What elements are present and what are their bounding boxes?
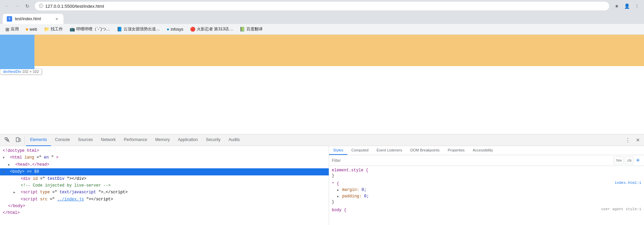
page-orange-background (27, 35, 644, 66)
add-style-button[interactable]: + (635, 157, 641, 164)
html-line-html-close[interactable]: </html> (0, 209, 329, 216)
expand-head[interactable]: ▶ (8, 162, 13, 168)
tab-sources[interactable]: Sources (74, 134, 97, 146)
html-line-body[interactable]: ▼ <body> == $0 (0, 168, 329, 175)
styles-tab-accessibility[interactable]: Accessibility (469, 146, 497, 155)
style-prop-margin: ▶ margin: 0; (332, 187, 641, 193)
tab-security[interactable]: Security (202, 134, 224, 146)
margin-expand-arrow[interactable]: ▶ (337, 187, 339, 193)
secure-icon: ⓘ (39, 3, 43, 9)
styles-panel: Styles Computed Event Listeners DOM Brea… (329, 146, 644, 225)
html-line-html[interactable]: ▼ <html lang =" en " > (0, 154, 329, 161)
cls-button[interactable]: .cls (625, 157, 633, 164)
baidu-label: 百度翻译 (246, 26, 263, 32)
devtools-content: <!doctype html> ▼ <html lang =" en " > ▶… (0, 146, 644, 225)
menu-button[interactable]: ⋮ (633, 2, 641, 10)
bookmark-work[interactable]: 📁 找工作 (41, 25, 65, 33)
style-selector-star-line: * { index.html:1 (332, 181, 641, 187)
html-line-script2[interactable]: <script src =" ../index.js "></script> (0, 196, 329, 203)
html-line-doctype[interactable]: <!doctype html> (0, 147, 329, 154)
styles-filter-actions: :hov .cls + (614, 157, 641, 164)
element-tooltip: div#testDiv 102 × 102 (0, 68, 42, 75)
bookmark-apps[interactable]: ⊞ 应用 (3, 25, 22, 33)
tab-elements[interactable]: Elements (26, 134, 51, 146)
devtools-more-button[interactable]: ⋮ (623, 135, 633, 145)
infosys-label: infosys (171, 27, 183, 32)
active-tab[interactable]: T test/index.html ✕ (3, 14, 63, 24)
bookmark-infosys[interactable]: ● infosys (164, 25, 186, 33)
inspect-element-button[interactable] (3, 135, 12, 145)
styles-tab-styles[interactable]: Styles (329, 146, 347, 155)
elements-panel: <!doctype html> ▼ <html lang =" en " > ▶… (0, 146, 329, 225)
tab-audits[interactable]: Audits (224, 134, 244, 146)
device-toolbar-button[interactable] (14, 135, 23, 145)
html-line-testdiv[interactable]: <div id =" testDiv "></div> (0, 175, 329, 182)
bookmark-star-button[interactable]: ★ (612, 2, 621, 10)
styles-subtabs: Styles Computed Event Listeners DOM Brea… (329, 146, 644, 155)
work-favicon: 📁 (44, 27, 49, 32)
forward-button[interactable]: → (13, 2, 22, 10)
infosys-favicon: ● (167, 27, 169, 32)
bilibili-label: 哔哩哔哩（`-´)つ… (76, 26, 110, 32)
padding-expand-arrow[interactable]: ▶ (337, 194, 339, 200)
url-text: 127.0.0.1:5500/test/index.html (45, 4, 605, 9)
tab-application[interactable]: Application (174, 134, 202, 146)
style-selector-body-line: body { user agent style:1 (332, 207, 641, 213)
styles-tab-properties[interactable]: Properties (444, 146, 468, 155)
styles-content: element.style { } * { index.html:1 (329, 166, 644, 225)
tab-favicon: T (7, 16, 12, 22)
tab-close-button[interactable]: ✕ (54, 16, 59, 22)
baidu-favicon: 📗 (240, 27, 245, 32)
svg-rect-2 (16, 138, 19, 142)
bookmark-bilibili[interactable]: 📺 哔哩哔哩（`-´)つ… (67, 25, 113, 33)
back-button[interactable]: ← (3, 2, 11, 10)
svg-rect-3 (19, 139, 21, 141)
doctype-text: <!doctype html> (3, 148, 39, 153)
hov-button[interactable]: :hov (614, 157, 623, 164)
tab-console[interactable]: Console (51, 134, 74, 146)
style-rule-body: body { user agent style:1 (332, 207, 641, 213)
tab-memory[interactable]: Memory (151, 134, 174, 146)
test-div-element (0, 35, 34, 69)
profile-button[interactable]: 👤 (622, 2, 631, 10)
prop-name-margin: margin: (342, 188, 359, 192)
prop-val-padding: 0; (364, 194, 369, 199)
bookmarks-bar: ⊞ 应用 ■ web 📁 找工作 📺 哔哩哔哩（`-´)つ… 📘 云顶女团强势出… (0, 24, 644, 35)
naruto-label: 火影忍者 第313话… (197, 26, 233, 32)
html-line-script1[interactable]: ▶ <script type =" text/javascript ">…</s… (0, 189, 329, 196)
naruto-favicon: 🔴 (190, 27, 195, 32)
html-lang-val: en (44, 155, 49, 160)
expand-script1[interactable]: ▶ (14, 190, 18, 196)
web-favicon: ■ (26, 27, 28, 32)
yunshang-label: 云顶女团强势出道… (124, 26, 160, 32)
page-content: div#testDiv 102 × 102 (0, 35, 644, 225)
html-line-head[interactable]: ▶ <head>…</head> (0, 161, 329, 168)
styles-tab-event-listeners[interactable]: Event Listeners (373, 146, 406, 155)
styles-filter-input[interactable] (332, 158, 612, 163)
tab-network[interactable]: Network (97, 134, 120, 146)
styles-tab-computed[interactable]: Computed (347, 146, 373, 155)
style-rule-element: element.style { } (332, 167, 641, 178)
expand-body[interactable]: ▼ (3, 169, 7, 175)
yunshang-favicon: 📘 (117, 27, 122, 32)
style-rule-close-star: } (332, 200, 641, 204)
style-source-link-body[interactable]: user agent style:1 (601, 207, 641, 211)
devtools-close-button[interactable]: ✕ (633, 135, 643, 145)
tab-bar: T test/index.html ✕ (0, 12, 644, 24)
expand-html[interactable]: ▼ (3, 155, 7, 161)
address-bar[interactable]: ⓘ 127.0.0.1:5500/test/index.html (34, 1, 610, 11)
tooltip-selector: div#testDiv (3, 69, 21, 74)
styles-tab-dom-breakpoints[interactable]: DOM Breakpoints (406, 146, 444, 155)
style-source-link-star[interactable]: index.html:1 (615, 181, 641, 185)
html-tag: <html (10, 155, 24, 160)
reload-button[interactable]: ↻ (23, 2, 32, 10)
html-line-comment[interactable]: <!-- Code injected by live-server --> (0, 182, 329, 189)
bookmark-web[interactable]: ■ web (23, 25, 40, 33)
devtools-end-buttons: ⋮ ✕ (623, 135, 643, 145)
bookmark-yunshang[interactable]: 📘 云顶女团强势出道… (114, 25, 163, 33)
tab-performance[interactable]: Performance (120, 134, 151, 146)
html-line-body-close[interactable]: </body> (0, 203, 329, 209)
work-label: 找工作 (51, 26, 63, 32)
bookmark-naruto[interactable]: 🔴 火影忍者 第313话… (187, 25, 236, 33)
bookmark-baidu[interactable]: 📗 百度翻译 (237, 25, 265, 33)
